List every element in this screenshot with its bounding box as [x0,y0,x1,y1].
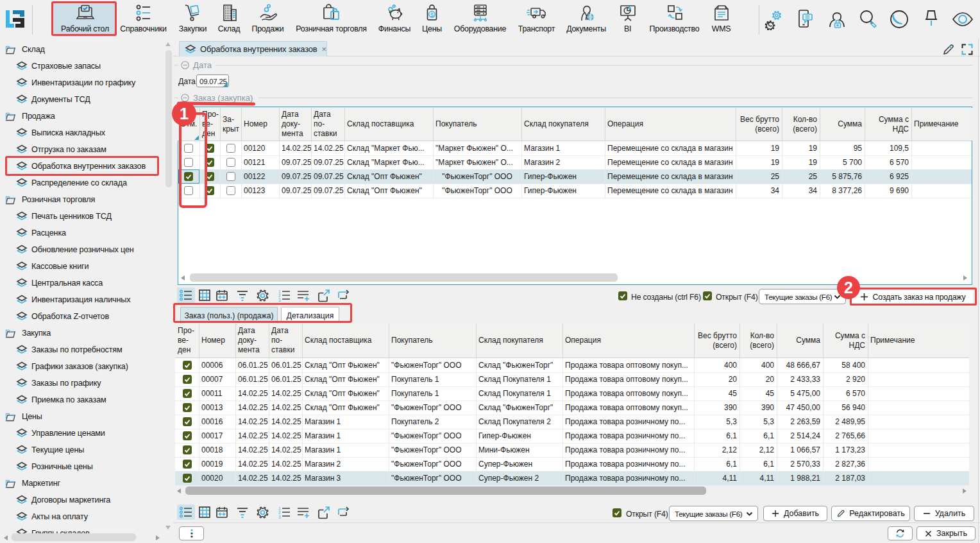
svg-text:3: 3 [278,515,281,519]
svg-text:3: 3 [278,298,281,302]
